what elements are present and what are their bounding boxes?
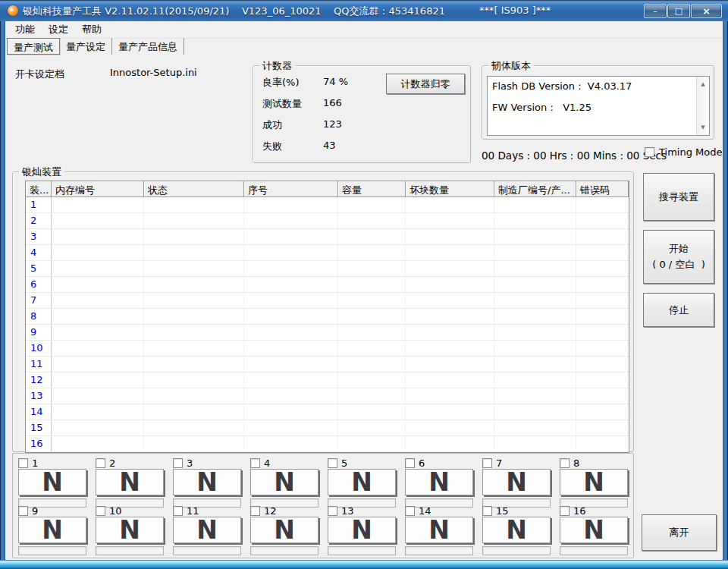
scroll-down-icon[interactable]: ▼ [697,121,709,134]
menu-bar: 功能设定帮助 [5,21,723,39]
cell-empty [338,341,406,356]
cell-empty [338,309,406,324]
port-checkbox-8[interactable]: 8 [560,457,579,469]
port-checkbox-14[interactable]: 14 [405,505,431,517]
table-row: 1 [26,197,629,213]
cell-empty [52,293,144,308]
status-letter: N [42,470,63,495]
cell-empty [494,436,576,451]
cell-empty [52,213,144,228]
row-number: 3 [26,229,52,244]
row-number: 12 [26,373,52,388]
exit-button[interactable]: 离开 [642,514,717,551]
tab-2[interactable]: 量产设定 [60,38,112,55]
window-border-bottom [0,560,728,569]
port-progress-9 [18,546,86,555]
status-letter: N [351,517,372,542]
timing-mode-label: Timing Mode [659,146,722,158]
port-checkbox-4[interactable]: 4 [250,457,270,469]
port-checkbox-13[interactable]: 13 [328,505,354,517]
setup-file-label: 开卡设定档 [15,68,64,81]
status-letter: N [274,470,295,495]
port-checkbox-3[interactable]: 3 [173,457,193,469]
close-button[interactable]: × [691,4,722,18]
start-button[interactable]: 开始 ( 0 / 空白 ) [643,230,714,284]
cell-empty [144,197,244,212]
timing-mode-checkbox[interactable]: Timing Mode [645,146,722,158]
cell-empty [244,388,338,404]
row-number: 5 [26,261,52,276]
cell-empty [576,277,629,292]
cell-empty [338,388,406,404]
port-checkbox-1[interactable]: 1 [18,457,38,469]
cell-empty [576,261,629,276]
menu-item-2[interactable]: 设定 [43,21,74,39]
table-row: 2 [26,213,629,229]
cell-empty [406,293,494,308]
port-number-label: 8 [573,457,579,469]
devices-group-title: 银灿装置 [19,166,64,178]
port-status-1: N [18,469,86,495]
cell-empty [576,436,629,451]
port-checkbox-12[interactable]: 12 [250,505,277,517]
counter-metric-value: 43 [323,140,336,151]
table-row: 12 [26,373,629,388]
port-checkbox-2[interactable]: 2 [96,457,115,469]
tab-3[interactable]: 量产产品信息 [112,38,184,55]
checkbox-box-icon [560,506,570,516]
ports-frame: 1N2N3N4N5N6N7N8N9N10N11N12N13N14N15N16N [12,453,634,558]
cell-empty [144,436,244,451]
checkbox-box-icon [250,506,260,516]
port-checkbox-10[interactable]: 10 [96,505,122,517]
cell-empty [406,388,494,404]
port-checkbox-9[interactable]: 9 [18,505,38,517]
search-devices-button[interactable]: 搜寻装置 [643,173,714,221]
cell-empty [52,261,144,276]
cell-empty [494,325,576,340]
port-checkbox-7[interactable]: 7 [482,457,502,469]
stop-button[interactable]: 停止 [643,293,714,327]
port-checkbox-6[interactable]: 6 [405,457,425,469]
status-letter: N [428,517,450,542]
port-checkbox-16[interactable]: 16 [560,505,586,517]
cell-empty [494,309,576,324]
table-row: 8 [26,309,629,325]
cell-empty [576,341,629,356]
minimize-button[interactable]: – [644,4,667,18]
cell-empty [52,197,144,212]
titlebar: 银灿科技量产工具 V2.11.02.11(2015/09/21) V123_06… [0,0,728,21]
tab-1[interactable]: 量产测试 [7,38,60,55]
checkbox-box-icon [18,506,28,516]
cell-empty [494,261,576,276]
table-row: 15 [26,420,629,436]
cell-empty [52,420,144,435]
cell-empty [338,373,406,388]
port-status-16: N [560,517,628,543]
maximize-button[interactable]: □ [667,4,690,18]
counter-reset-button[interactable]: 计数器归零 [386,74,465,94]
port-checkbox-15[interactable]: 15 [482,505,509,517]
row-number: 4 [26,245,52,260]
cell-empty [576,229,629,244]
cell-empty [406,309,494,324]
port-progress-14 [405,546,473,555]
firmware-scrollbar[interactable]: ▲ ▼ [696,77,709,135]
table-row: 7 [26,293,629,309]
cell-empty [406,325,494,340]
scroll-up-icon[interactable]: ▲ [697,78,709,90]
counter-group: 计数器 计数器归零 良率(%)74 %测试数量166成功123失败43 [253,65,471,163]
cell-empty [244,261,338,276]
firmware-group-title: 韧体版本 [488,60,534,71]
menu-item-1[interactable]: 功能 [10,21,40,39]
port-checkbox-5[interactable]: 5 [328,457,347,469]
cell-empty [576,197,629,212]
port-checkbox-11[interactable]: 11 [173,505,199,517]
status-letter: N [196,517,218,542]
devices-group: 银灿装置 装...内存编号状态序号容量坏块数量制造厂编号/产...错误码 123… [12,171,634,452]
cell-empty [144,357,244,372]
checkbox-box-icon [645,147,654,157]
status-letter: N [119,470,140,495]
menu-item-3[interactable]: 帮助 [77,21,107,39]
cell-empty [576,309,629,324]
cell-empty [244,373,338,388]
